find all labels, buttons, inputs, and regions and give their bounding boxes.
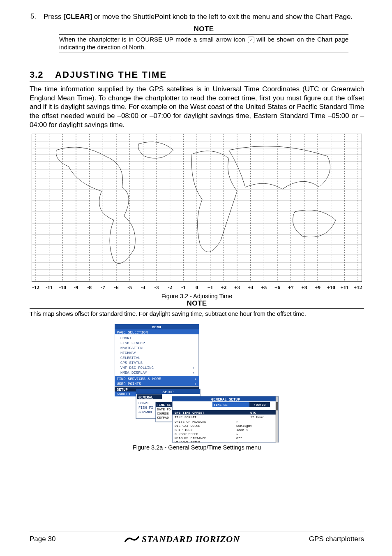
- svg-text:UTC: UTC: [250, 411, 256, 415]
- svg-text:-4: -4: [141, 284, 145, 290]
- svg-text:+00:00: +00:00: [254, 403, 266, 407]
- svg-text:CHART: CHART: [138, 401, 149, 405]
- svg-text:NMEA DISPLAY: NMEA DISPLAY: [120, 371, 147, 375]
- svg-text:Sunlight: Sunlight: [236, 424, 252, 428]
- svg-text:TIME FORMAT: TIME FORMAT: [175, 415, 196, 419]
- svg-text:+11: +11: [340, 284, 348, 290]
- svg-text:▸: ▸: [236, 432, 238, 436]
- step-text: Press [CLEAR] or move the ShuttlePoint k…: [44, 12, 364, 21]
- svg-text:CHART: CHART: [120, 336, 132, 341]
- svg-text:USER POINTS: USER POINTS: [117, 382, 141, 386]
- svg-text:▸: ▸: [195, 377, 197, 381]
- note-2-rule-top: [30, 308, 364, 309]
- figure-2-caption: Figure 3.2a - General Setup/Time Setting…: [30, 444, 364, 451]
- svg-text:GENERAL: GENERAL: [138, 396, 153, 400]
- svg-text:FISH FINDER: FISH FINDER: [120, 341, 145, 345]
- step-number: 5.: [30, 12, 44, 21]
- svg-text:+6: +6: [274, 284, 280, 290]
- section-body: The time information supplied by the GPS…: [30, 85, 364, 130]
- svg-text:12 hour: 12 hour: [250, 415, 264, 419]
- svg-text:+3: +3: [234, 284, 240, 290]
- svg-text:SETUP: SETUP: [162, 390, 174, 394]
- svg-text:-5: -5: [127, 284, 132, 290]
- footer-brand: STANDARD HORIZON: [125, 534, 240, 544]
- section-number: 3.2: [30, 70, 55, 80]
- svg-text:-10: -10: [59, 284, 66, 290]
- svg-text:CURSOR SPEED: CURSOR SPEED: [175, 432, 198, 436]
- svg-text:FIND SERVICES & MORE: FIND SERVICES & MORE: [117, 377, 161, 381]
- svg-text:KEYPAD: KEYPAD: [157, 416, 169, 419]
- section-rule: [30, 81, 364, 81]
- svg-text:-2: -2: [168, 284, 172, 290]
- svg-text:TIME SE: TIME SE: [157, 403, 171, 407]
- note-1: NOTE When the chartplotter is in COURSE …: [59, 25, 348, 53]
- svg-text:Icon 1: Icon 1: [236, 428, 248, 432]
- step-clear-key: [CLEAR]: [63, 13, 92, 21]
- svg-text:-11: -11: [46, 284, 53, 290]
- svg-text:+7: +7: [288, 284, 294, 290]
- svg-text:+1: +1: [208, 284, 213, 290]
- svg-text:FISH FI: FISH FI: [138, 406, 153, 410]
- north-arrow-icon: ↗: [248, 37, 254, 43]
- svg-text:HIGHWAY: HIGHWAY: [120, 351, 136, 355]
- svg-text:TIME SE: TIME SE: [214, 403, 228, 407]
- svg-text:ADVANCE: ADVANCE: [138, 410, 153, 415]
- svg-text:▸: ▸: [236, 420, 238, 424]
- svg-text:CELESTIAL: CELESTIAL: [120, 356, 141, 360]
- svg-text:-9: -9: [74, 284, 78, 290]
- svg-text:SETUP: SETUP: [117, 388, 128, 392]
- step-text-post: or move the ShuttlePoint knob to the lef…: [92, 13, 353, 21]
- svg-text:+8: +8: [301, 284, 307, 290]
- svg-text:NAVIGATION: NAVIGATION: [120, 346, 143, 350]
- svg-text:+2: +2: [221, 284, 226, 290]
- svg-text:+9: +9: [315, 284, 321, 290]
- svg-text:+4: +4: [248, 284, 254, 290]
- footer-brand-text: STANDARD HORIZON: [142, 534, 240, 544]
- svg-text:-6: -6: [114, 284, 119, 290]
- svg-text:GENERAL SETUP: GENERAL SETUP: [211, 398, 240, 402]
- svg-text:UNITS OF MEASURE: UNITS OF MEASURE: [175, 420, 206, 424]
- svg-text:SHIP ICON: SHIP ICON: [175, 428, 192, 432]
- svg-text:WINDOWS SETUP: WINDOWS SETUP: [175, 440, 201, 442]
- footer-page-number: Page 30: [30, 535, 55, 543]
- section-title: ADJUSTING THE TIME: [55, 70, 167, 80]
- menu-screenshot: MENU PAGE SELECTION CHART FISH FINDER NA…: [115, 324, 279, 442]
- svg-text:0: 0: [196, 284, 198, 290]
- svg-text:DISPLAY COLOR: DISPLAY COLOR: [175, 424, 201, 428]
- section-heading: 3.2 ADJUSTING THE TIME: [30, 70, 364, 80]
- world-map-figure: -12-11-10 -9-8-7 -6-5-4 -3-2-1 0+1+2 +3+…: [32, 134, 362, 291]
- footer-rule: [30, 531, 364, 531]
- svg-text:▸: ▸: [193, 371, 195, 375]
- svg-text:-3: -3: [154, 284, 159, 290]
- note-title-2: NOTE: [30, 299, 364, 308]
- svg-text:DATE FO: DATE FO: [157, 408, 171, 411]
- svg-text:PAGE SELECTION: PAGE SELECTION: [117, 331, 148, 335]
- svg-text:+10: +10: [327, 284, 335, 290]
- note-rule-top: [59, 34, 348, 35]
- step-5: 5. Press [CLEAR] or move the ShuttlePoin…: [30, 12, 364, 21]
- svg-text:+5: +5: [261, 284, 267, 290]
- note-rule-bottom: [59, 53, 348, 53]
- svg-text:+12: +12: [354, 284, 362, 290]
- svg-text:▸: ▸: [236, 440, 238, 442]
- svg-text:VHF DSC POLLING: VHF DSC POLLING: [120, 366, 154, 370]
- svg-text:GPS STATUS: GPS STATUS: [120, 361, 143, 365]
- svg-text:ABOUT C: ABOUT C: [117, 392, 131, 396]
- svg-text:Off: Off: [236, 436, 242, 440]
- svg-rect-140: [276, 402, 278, 410]
- svg-text:MENU: MENU: [152, 325, 161, 329]
- svg-text:▸: ▸: [195, 382, 197, 386]
- svg-text:-1: -1: [181, 284, 186, 290]
- svg-text:▸: ▸: [193, 366, 195, 370]
- footer-product: GPS chartplotters: [309, 535, 364, 543]
- note-2: NOTE This map shows offset for standard …: [30, 299, 364, 320]
- svg-text:-12: -12: [32, 284, 39, 290]
- svg-text:-7: -7: [101, 284, 105, 290]
- figure-1-caption: Figure 3.2 - Adjusting Time: [30, 293, 364, 299]
- svg-text:COURSE: COURSE: [157, 412, 169, 415]
- svg-text:GPS TIME OFFSET: GPS TIME OFFSET: [175, 411, 204, 415]
- note-body-pre: When the chartplotter is in COURSE UP mo…: [59, 36, 248, 43]
- note-2-body: This map shows offset for standard time.…: [30, 310, 364, 318]
- brand-logo-icon: [125, 535, 139, 543]
- svg-text:MEASURE DISTANCE: MEASURE DISTANCE: [175, 436, 206, 440]
